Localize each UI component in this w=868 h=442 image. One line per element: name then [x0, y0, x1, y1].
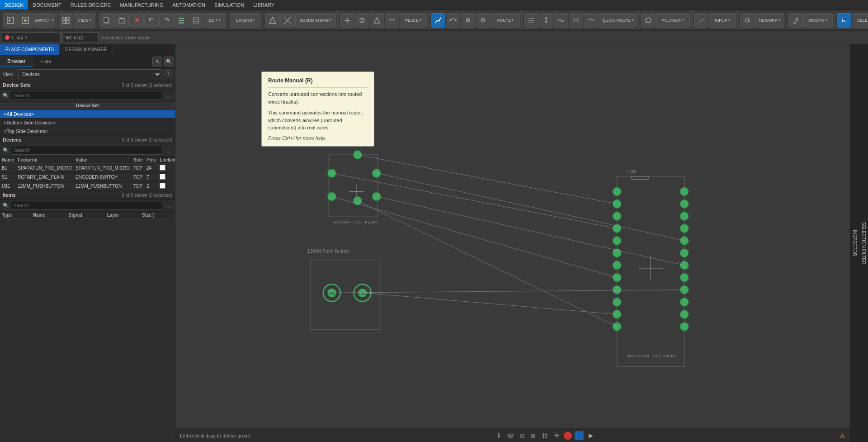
add-icon[interactable]: ✛ [552, 431, 561, 440]
qr-btn2[interactable] [539, 13, 553, 28]
right-selection-filter-panel[interactable]: SELECTION FILTER [859, 44, 868, 442]
zoom-out-btn[interactable]: ⊖ [518, 431, 527, 440]
route-btn3[interactable] [461, 13, 475, 28]
row2-locked-cb[interactable] [160, 174, 165, 180]
device-set-item-top[interactable]: <Top Side Devices> [0, 127, 175, 136]
layers-overlay1[interactable] [174, 13, 189, 28]
board-shape-dropdown[interactable]: BOARD SHAPE▾ [295, 13, 336, 28]
table-row[interactable]: B1 SPARKFUN_PRO_MICRO SPARKFUN_PRO_MICRO… [0, 164, 175, 173]
place-btn2[interactable] [355, 13, 369, 28]
row3-locked-cb[interactable] [160, 183, 165, 189]
place-btn3[interactable] [370, 13, 384, 28]
redo-btn[interactable] [159, 13, 174, 28]
items-col-size[interactable]: Size ( [141, 212, 175, 219]
modify-btn1[interactable] [788, 13, 803, 28]
menu-manufacturing[interactable]: MANUFACTURING [116, 0, 168, 10]
layers-dropdown[interactable]: LAYERS▾ [230, 13, 261, 28]
qr-btn3[interactable] [554, 13, 568, 28]
modify-dropdown[interactable]: MODIFY▾ [803, 13, 833, 28]
view-select[interactable]: Devices Net Classes Layers [18, 69, 161, 79]
col-footprint[interactable]: Footprint [16, 157, 74, 164]
tab-filter[interactable]: Filter [33, 55, 59, 67]
route-btn4[interactable] [476, 13, 490, 28]
col-pins[interactable]: Pins [145, 157, 158, 164]
rework-btn1[interactable] [740, 13, 755, 28]
device-sets-more-btn[interactable]: … [164, 92, 172, 99]
board-shape-btn1[interactable] [265, 13, 280, 28]
items-col-signal[interactable]: Signal [67, 212, 105, 219]
select-dropdown[interactable]: SELECT▾ [852, 13, 868, 28]
cursor-tool-btn[interactable]: ↖ [152, 57, 162, 67]
paste-btn[interactable] [114, 13, 129, 28]
devices-more-btn[interactable]: … [164, 147, 172, 154]
switch-btn1[interactable] [3, 13, 18, 28]
menu-rules[interactable]: RULES DRC/ERC [66, 0, 116, 10]
menu-document[interactable]: DOCUMENT [28, 0, 66, 10]
col-name[interactable]: Name [0, 157, 16, 164]
zoom-tool-btn[interactable]: 🔍 [164, 57, 174, 67]
view-btn1[interactable] [59, 13, 73, 28]
edit-dropdown[interactable]: EDIT▾ [204, 13, 226, 28]
layer-selector[interactable]: 1 Top ▾ [2, 32, 61, 43]
table-row[interactable]: U$1 12MM_PUSHBUTTON 12MM_PUSHBUTTON TOP … [0, 182, 175, 191]
place-dropdown[interactable]: PLACE▾ [400, 13, 427, 28]
info-icon[interactable]: ℹ [494, 431, 503, 440]
tab-place-components[interactable]: PLACE COMPONENTS [0, 44, 60, 55]
items-search-input[interactable] [11, 201, 162, 210]
eye-icon[interactable] [506, 431, 515, 440]
view-dropdown[interactable]: VIEW▾ [74, 13, 95, 28]
items-col-type[interactable]: Type [0, 212, 31, 219]
stop-btn[interactable] [564, 432, 572, 440]
copy-btn[interactable] [99, 13, 114, 28]
quick-route-dropdown[interactable]: QUICK ROUTE▾ [599, 13, 637, 28]
trace-width-input[interactable] [62, 32, 99, 43]
switch-dropdown[interactable]: SWITCH▾ [33, 13, 55, 28]
device-sets-search-input[interactable] [11, 91, 162, 100]
menu-design[interactable]: DESIGN [0, 0, 28, 10]
row1-locked-cb[interactable] [160, 165, 165, 171]
ripup-btn1[interactable] [694, 13, 708, 28]
arrow-icon[interactable]: ▶ [586, 431, 595, 440]
right-inspector-panel[interactable]: INSPECTOR [850, 44, 859, 442]
menu-library[interactable]: LIBRARY [249, 0, 279, 10]
items-col-name[interactable]: Name [31, 212, 67, 219]
route-btn2[interactable] [446, 13, 460, 28]
items-more-btn[interactable]: … [164, 202, 172, 209]
help-btn[interactable]: ? [164, 70, 172, 78]
devices-search-input[interactable] [11, 146, 162, 155]
grid-icon[interactable] [540, 431, 549, 440]
warning-icon[interactable]: ⚠ [840, 432, 845, 439]
qr-btn4[interactable] [569, 13, 583, 28]
select-btn1[interactable] [837, 13, 851, 28]
select-mode-btn[interactable] [575, 431, 584, 440]
device-set-item-all[interactable]: <All Devices> [0, 110, 175, 119]
tab-design-manager[interactable]: DESIGN MANAGER [60, 44, 113, 55]
polygon-btn1[interactable] [641, 13, 656, 28]
table-row[interactable]: S1 ROTARY_ENC_PLAIN ENCODER-SWITCH TOP 7 [0, 173, 175, 182]
route-manual-btn[interactable] [431, 13, 445, 28]
place-btn1[interactable] [340, 13, 354, 28]
items-col-layer[interactable]: Layer [105, 212, 141, 219]
col-locked[interactable]: Locked [158, 157, 175, 164]
tab-browser[interactable]: Browser [0, 55, 33, 67]
menu-automation[interactable]: AUTOMATION [168, 0, 210, 10]
col-value[interactable]: Value [74, 157, 132, 164]
route-dropdown[interactable]: ROUTE▾ [491, 13, 520, 28]
delete-btn[interactable]: ✕ [129, 13, 144, 28]
polygon-dropdown[interactable]: POLYGON▾ [656, 13, 690, 28]
layers-overlay2[interactable] [189, 13, 203, 28]
ripup-dropdown[interactable]: RIPUP▾ [709, 13, 736, 28]
zoom-in-btn[interactable]: ⊕ [528, 431, 538, 440]
canvas-area[interactable]: Route Manual (R) Converts unrouted conne… [175, 44, 850, 442]
device-set-item-bottom[interactable]: <Bottom Side Devices> [0, 119, 175, 127]
qr-btn1[interactable] [524, 13, 538, 28]
undo-btn[interactable] [144, 13, 159, 28]
row1-locked [158, 164, 175, 173]
rework-dropdown[interactable]: REWORK▾ [755, 13, 784, 28]
col-side[interactable]: Side [132, 157, 145, 164]
switch-btn2[interactable] [18, 13, 33, 28]
menu-simulation[interactable]: SIMULATION [210, 0, 249, 10]
place-btn4[interactable] [385, 13, 399, 28]
board-shape-btn2[interactable] [280, 13, 295, 28]
qr-btn5[interactable] [584, 13, 598, 28]
